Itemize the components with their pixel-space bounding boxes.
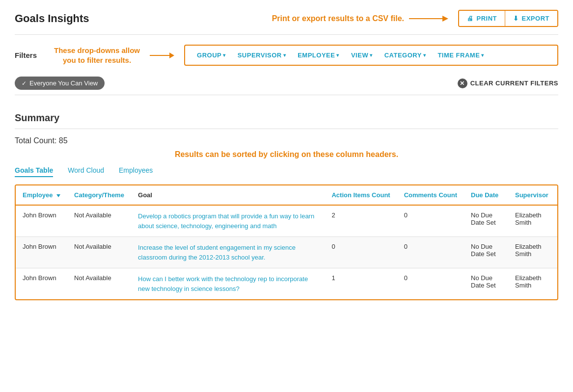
table-row: John Brown Not Available Increase the le… (16, 237, 557, 268)
cell-comments-count: 0 (397, 237, 464, 268)
col-header-comments[interactable]: Comments Count (397, 185, 464, 205)
filter-dropdowns: GROUP ▾ SUPERVISOR ▾ EMPLOYEE ▾ VIEW ▾ C… (184, 45, 558, 66)
cell-action-count: 2 (325, 205, 397, 237)
supervisor-dropdown[interactable]: SUPERVISOR ▾ (234, 50, 290, 61)
close-icon: ✕ (458, 78, 467, 88)
goal-link[interactable]: Develop a robotics program that will pro… (138, 212, 314, 230)
tab-word-cloud[interactable]: Word Cloud (68, 166, 104, 177)
cell-action-count: 1 (325, 268, 397, 300)
cell-comments-count: 0 (397, 268, 464, 300)
arrow-icon (409, 16, 448, 22)
export-button[interactable]: ⬇ EXPORT (505, 11, 557, 26)
table-row: John Brown Not Available Develop a robot… (16, 205, 557, 237)
sort-hint: Results can be sorted by clicking on the… (15, 150, 558, 159)
summary-title: Summary (15, 112, 558, 129)
timeframe-dropdown[interactable]: TIME FRAME ▾ (434, 50, 488, 61)
sort-arrow-employee (56, 194, 60, 197)
col-header-due[interactable]: Due Date (464, 185, 508, 205)
action-buttons: 🖨 PRINT ⬇ EXPORT (458, 10, 558, 27)
cell-supervisor: Elizabeth Smith (508, 268, 557, 300)
col-header-category[interactable]: Category/Theme (67, 185, 131, 205)
cell-employee: John Brown (16, 268, 67, 300)
cell-due-date: No Due Date Set (464, 237, 508, 268)
page-title: Goals Insights (15, 12, 89, 25)
goal-link[interactable]: Increase the level of student engagement… (138, 244, 296, 261)
cell-due-date: No Due Date Set (464, 268, 508, 300)
printer-icon: 🖨 (467, 15, 474, 22)
export-hint: Print or export results to a CSV file. (272, 14, 448, 23)
cell-goal: Develop a robotics program that will pro… (131, 205, 325, 237)
col-header-employee[interactable]: Employee (16, 185, 67, 205)
cell-goal: Increase the level of student engagement… (131, 237, 325, 268)
clear-filters-button[interactable]: ✕ CLEAR CURRENT FILTERS (458, 78, 558, 88)
checkmark-icon: ✓ (22, 80, 27, 87)
view-dropdown[interactable]: VIEW ▾ (347, 50, 377, 61)
download-icon: ⬇ (513, 15, 519, 22)
active-filter-tag[interactable]: ✓ Everyone You Can View (15, 77, 105, 90)
col-header-supervisor[interactable]: Supervisor (508, 185, 557, 205)
tab-employees[interactable]: Employees (119, 166, 153, 177)
cell-goal: How can I better work with the technolog… (131, 268, 325, 300)
print-button[interactable]: 🖨 PRINT (459, 11, 505, 26)
summary-section: Summary Total Count: 85 Results can be s… (15, 103, 558, 305)
total-count: Total Count: 85 (15, 136, 558, 145)
col-header-action[interactable]: Action Items Count (325, 185, 397, 205)
cell-category: Not Available (67, 237, 131, 268)
cell-supervisor: Elizabeth Smith (508, 205, 557, 237)
cell-category: Not Available (67, 205, 131, 237)
filter-arrow-icon (150, 53, 174, 58)
goals-table-wrapper: Employee Category/Theme Goal Action Item… (15, 184, 558, 300)
goal-link[interactable]: How can I better work with the technolog… (138, 275, 308, 292)
cell-employee: John Brown (16, 237, 67, 268)
filter-hint: These drop-downs allow you to filter res… (54, 46, 140, 65)
category-dropdown[interactable]: CATEGORY ▾ (381, 50, 430, 61)
col-header-goal: Goal (131, 185, 325, 205)
cell-employee: John Brown (16, 205, 67, 237)
group-dropdown[interactable]: GROUP ▾ (193, 50, 230, 61)
cell-due-date: No Due Date Set (464, 205, 508, 237)
filters-label: Filters (15, 51, 44, 59)
active-filters-row: ✓ Everyone You Can View ✕ CLEAR CURRENT … (15, 72, 558, 95)
employee-dropdown[interactable]: EMPLOYEE ▾ (294, 50, 343, 61)
cell-comments-count: 0 (397, 205, 464, 237)
table-row: John Brown Not Available How can I bette… (16, 268, 557, 300)
cell-action-count: 0 (325, 237, 397, 268)
goals-table: Employee Category/Theme Goal Action Item… (16, 185, 557, 299)
tab-goals-table[interactable]: Goals Table (15, 166, 53, 177)
cell-category: Not Available (67, 268, 131, 300)
filters-section: Filters These drop-downs allow you to fi… (15, 45, 558, 95)
tabs-row: Goals TableWord CloudEmployees (15, 166, 558, 177)
cell-supervisor: Elizabeth Smith (508, 237, 557, 268)
